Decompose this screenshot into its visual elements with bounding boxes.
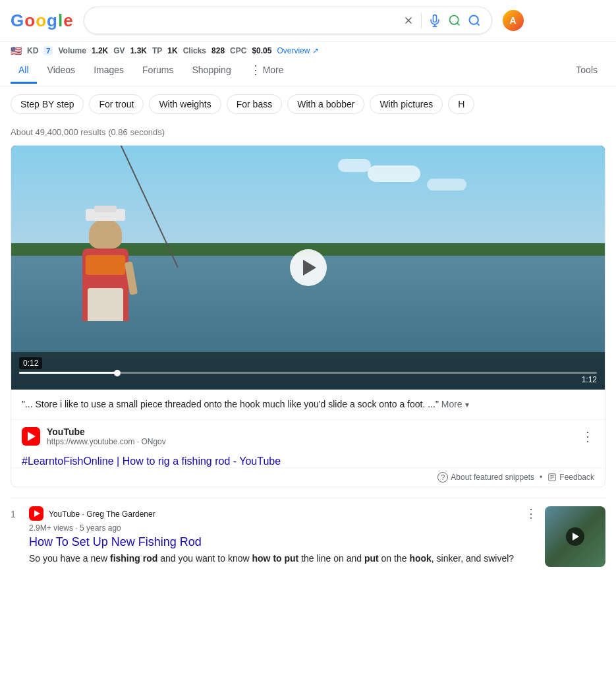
flag-icon: 🇺🇸 bbox=[11, 45, 22, 56]
video-title-link[interactable]: #LearntoFishOnline | How to rig a fishin… bbox=[11, 453, 605, 467]
svg-point-7 bbox=[469, 16, 478, 24]
video-transcript: "... Store i like to use a small piece t… bbox=[11, 390, 605, 419]
feedback-button[interactable]: Feedback bbox=[547, 473, 594, 482]
result-source-name: YouTube · Greg The Gardener bbox=[49, 510, 155, 519]
main-content: About 49,400,000 results (0.86 seconds) bbox=[0, 122, 616, 575]
volume-label: Volume bbox=[58, 46, 86, 55]
tab-more[interactable]: ⋮ More bbox=[242, 56, 292, 86]
play-button[interactable] bbox=[290, 249, 327, 286]
about-snippets-button[interactable]: ? About featured snippets bbox=[437, 472, 534, 483]
divider bbox=[421, 13, 422, 28]
chip-for-bass[interactable]: For bass bbox=[227, 94, 282, 114]
separator: • bbox=[540, 473, 542, 482]
video-controls: 0:12 1:12 bbox=[11, 352, 605, 390]
result-description: So you have a new fishing rod and you wa… bbox=[29, 552, 537, 566]
current-time: 0:12 bbox=[19, 357, 42, 369]
fishing-scene: 0:12 1:12 bbox=[11, 146, 605, 390]
clear-button[interactable] bbox=[403, 15, 414, 26]
cloud3 bbox=[427, 179, 466, 191]
source-url: https://www.youtube.com · ONgov bbox=[47, 437, 574, 446]
svg-rect-2 bbox=[433, 15, 436, 22]
clicks-value: 828 bbox=[211, 46, 225, 55]
tab-all[interactable]: All bbox=[11, 58, 37, 84]
result-content: YouTube · Greg The Gardener ⋮ 2.9M+ view… bbox=[29, 506, 537, 567]
cloud2 bbox=[338, 159, 371, 172]
source-name: YouTube bbox=[47, 426, 574, 437]
chip-for-trout[interactable]: For trout bbox=[89, 94, 144, 114]
result-source-row: YouTube · Greg The Gardener ⋮ bbox=[29, 506, 537, 521]
tp-label: TP bbox=[152, 46, 162, 55]
search-input[interactable]: how to set up a fishing pole bbox=[95, 15, 397, 26]
tab-shopping[interactable]: Shopping bbox=[184, 58, 239, 84]
thumbnail-play-icon bbox=[573, 533, 579, 541]
logo-letter-g: G bbox=[11, 11, 24, 31]
overview-link[interactable]: Overview ↗ bbox=[277, 46, 318, 55]
svg-line-8 bbox=[476, 23, 479, 26]
clicks-label: Clicks bbox=[183, 46, 206, 55]
result-number: 1 bbox=[11, 506, 21, 567]
gv-value: 1.3K bbox=[130, 46, 147, 55]
source-info: YouTube https://www.youtube.com · ONgov bbox=[47, 426, 574, 446]
logo-letter-g2: g bbox=[47, 11, 57, 31]
feedback-icon bbox=[547, 473, 557, 482]
cpc-label: CPC bbox=[230, 46, 246, 55]
progress-fill bbox=[19, 372, 117, 374]
about-snippets-label: About featured snippets bbox=[451, 473, 534, 482]
kd-value: 7 bbox=[43, 46, 53, 55]
nav-tabs: All Videos Images Forums Shopping ⋮ More… bbox=[0, 56, 616, 86]
filter-row: Step BY step For trout With weights For … bbox=[0, 86, 616, 122]
more-label: More bbox=[263, 65, 284, 75]
volume-value: 1.2K bbox=[92, 46, 108, 55]
feedback-label: Feedback bbox=[559, 473, 594, 482]
voice-search-button[interactable] bbox=[428, 14, 441, 27]
search-button[interactable] bbox=[468, 14, 481, 27]
result-thumbnail[interactable] bbox=[545, 506, 605, 567]
chip-with-pictures[interactable]: With pictures bbox=[370, 94, 443, 114]
logo-letter-o2: o bbox=[36, 11, 46, 31]
total-time: 1:12 bbox=[19, 375, 597, 384]
transcript-more-link[interactable]: More ▾ bbox=[441, 399, 469, 409]
kd-label: KD bbox=[27, 46, 38, 55]
tab-forums[interactable]: Forums bbox=[134, 58, 181, 84]
tab-images[interactable]: Images bbox=[86, 58, 132, 84]
youtube-play-icon bbox=[28, 432, 36, 441]
progress-bar[interactable] bbox=[19, 372, 597, 374]
thumbnail-play-button[interactable] bbox=[566, 527, 584, 546]
progress-dot bbox=[114, 370, 121, 376]
chip-with-bobber[interactable]: With a bobber bbox=[287, 94, 364, 114]
result-title-link[interactable]: How To Set Up New Fishing Rod bbox=[29, 535, 537, 549]
search-bar-wrapper: how to set up a fishing pole bbox=[84, 7, 492, 34]
source-row: YouTube https://www.youtube.com · ONgov … bbox=[11, 419, 605, 453]
play-icon bbox=[303, 260, 316, 276]
video-card: 0:12 1:12 "... Store i like to use a sma… bbox=[11, 145, 605, 487]
chip-with-weights[interactable]: With weights bbox=[149, 94, 221, 114]
snippet-footer: ? About featured snippets • Feedback bbox=[11, 467, 605, 486]
transcript-text: "... Store i like to use a small piece t… bbox=[22, 399, 439, 409]
result-age: 5 years ago bbox=[80, 523, 121, 533]
person bbox=[82, 249, 128, 321]
google-logo: G o o g l e bbox=[11, 11, 73, 31]
chip-step-by-step[interactable]: Step BY step bbox=[11, 94, 84, 114]
search-bar[interactable]: how to set up a fishing pole bbox=[84, 7, 492, 34]
header: G o o g l e how to set up a fishing pole bbox=[0, 0, 616, 42]
result-views: 2.9M+ views bbox=[29, 523, 73, 533]
chip-more[interactable]: H bbox=[448, 94, 474, 114]
svg-point-5 bbox=[449, 16, 458, 24]
logo-letter-l: l bbox=[58, 11, 63, 31]
tab-videos[interactable]: Videos bbox=[40, 58, 84, 84]
youtube-icon bbox=[22, 427, 40, 446]
more-dots-icon: ⋮ bbox=[250, 63, 262, 77]
options-button[interactable]: ⋮ bbox=[581, 428, 594, 444]
image-search-button[interactable] bbox=[448, 14, 461, 27]
result-options-button[interactable]: ⋮ bbox=[525, 506, 537, 521]
result-meta-info: 2.9M+ views · 5 years ago bbox=[29, 523, 537, 533]
cloud1 bbox=[368, 165, 420, 182]
youtube-icon-small bbox=[29, 506, 43, 521]
tab-tools[interactable]: Tools bbox=[568, 58, 605, 84]
more-label: More bbox=[441, 399, 462, 409]
tp-value: 1K bbox=[167, 46, 177, 55]
help-circle-icon: ? bbox=[437, 472, 448, 483]
video-thumbnail[interactable]: 0:12 1:12 bbox=[11, 146, 605, 390]
yt-play-small bbox=[34, 510, 40, 517]
user-avatar[interactable]: A bbox=[503, 10, 524, 31]
